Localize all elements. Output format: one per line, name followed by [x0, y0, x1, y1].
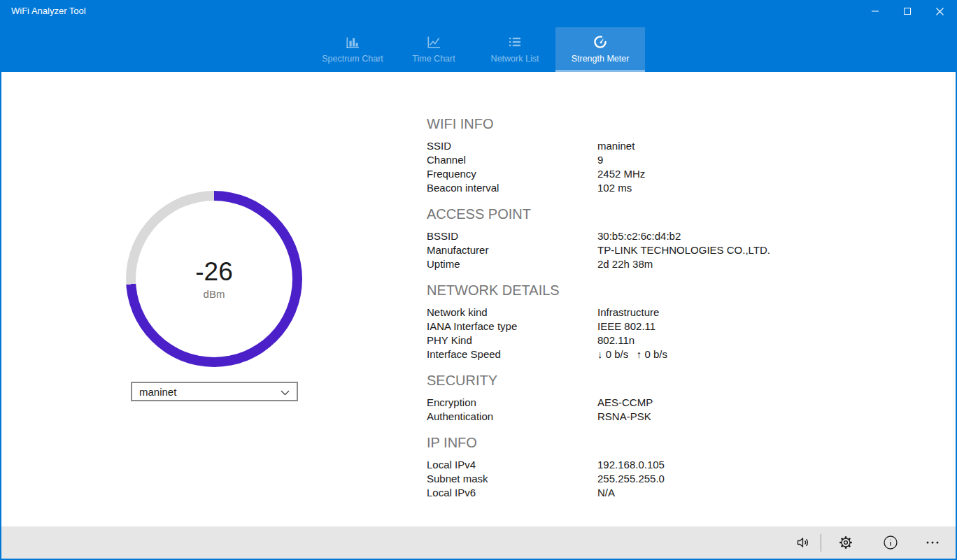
line-chart-icon: [426, 34, 441, 50]
close-button[interactable]: [923, 0, 956, 22]
info-row: IANA Interface type IEEE 802.11: [427, 320, 818, 333]
section-title: WIFI INFO: [427, 116, 818, 131]
chevron-down-icon: [281, 386, 290, 398]
section-wifi-info: WIFI INFO SSID maninet Channel 9 Frequen…: [427, 116, 818, 195]
info-row: Interface Speed ↓ 0 b/s ↑ 0 b/s: [427, 347, 818, 361]
volume-button[interactable]: [787, 526, 819, 559]
section-ip-info: IP INFO Local IPv4 192.168.0.105 Subnet …: [427, 435, 818, 500]
info-button[interactable]: [874, 526, 907, 559]
tab-time-chart[interactable]: Time Chart: [393, 27, 474, 72]
minimize-icon: [872, 8, 879, 15]
info-row: Encryption AES-CCMP: [427, 396, 818, 410]
section-title: SECURITY: [427, 373, 818, 388]
info-row: Frequency 2452 MHz: [427, 167, 818, 181]
gauge-icon: [593, 34, 608, 50]
tab-label: Spectrum Chart: [322, 54, 383, 64]
app-window: WiFi Analyzer Tool: [0, 0, 957, 560]
section-access-point: ACCESS POINT BSSID 30:b5:c2:6c:d4:b2 Man…: [427, 206, 818, 271]
settings-button[interactable]: [830, 526, 862, 559]
minimize-button[interactable]: [859, 0, 891, 22]
interface-speed-value: ↓ 0 b/s ↑ 0 b/s: [597, 347, 667, 361]
info-row: Manufacturer TP-LINK TECHNOLOGIES CO.,LT…: [427, 243, 818, 257]
tab-spectrum-chart[interactable]: Spectrum Chart: [312, 27, 393, 72]
header: WiFi Analyzer Tool: [1, 0, 956, 72]
tab-label: Strength Meter: [572, 54, 630, 64]
tab-network-list[interactable]: Network List: [474, 27, 555, 72]
command-bar-divider: [821, 534, 821, 552]
network-select-dropdown[interactable]: maninet: [131, 382, 298, 401]
bar-chart-icon: [345, 34, 360, 50]
section-security: SECURITY Encryption AES-CCMP Authenticat…: [427, 373, 818, 424]
info-panel: WIFI INFO SSID maninet Channel 9 Frequen…: [427, 116, 818, 511]
gear-icon: [838, 535, 853, 550]
section-network-details: NETWORK DETAILS Network kind Infrastruct…: [427, 282, 818, 361]
info-row: Subnet mask 255.255.255.0: [427, 472, 818, 486]
info-row: Channel 9: [427, 153, 818, 167]
info-row: Local IPv4 192.168.0.105: [427, 458, 818, 472]
section-title: ACCESS POINT: [427, 206, 818, 222]
signal-strength-gauge: -26 dBm: [126, 191, 302, 367]
info-row: BSSID 30:b5:c2:6c:d4:b2: [427, 229, 818, 243]
info-row: SSID maninet: [427, 139, 818, 153]
gauge-unit: dBm: [204, 288, 225, 300]
tab-label: Network List: [491, 54, 539, 64]
info-row: Local IPv6 N/A: [427, 486, 818, 500]
more-button[interactable]: [916, 526, 949, 559]
speaker-icon: [795, 535, 811, 550]
gauge-value: -26: [195, 258, 232, 286]
tab-strength-meter[interactable]: Strength Meter: [555, 27, 645, 72]
tab-bar: Spectrum Chart Time Chart: [312, 27, 645, 72]
window-controls: [859, 0, 956, 22]
main-content: -26 dBm maninet WIFI INFO SSID maninet C…: [1, 72, 956, 525]
section-title: NETWORK DETAILS: [427, 282, 818, 298]
section-title: IP INFO: [427, 435, 818, 450]
info-icon: [883, 535, 898, 550]
info-row: Network kind Infrastructure: [427, 306, 818, 320]
title-bar: WiFi Analyzer Tool: [1, 0, 956, 22]
info-row: PHY Kind 802.11n: [427, 333, 818, 347]
maximize-button[interactable]: [891, 0, 923, 22]
network-select-value: maninet: [139, 386, 176, 398]
tab-label: Time Chart: [412, 54, 455, 64]
info-row: Beacon interval 102 ms: [427, 181, 818, 195]
close-icon: [936, 8, 944, 15]
list-icon: [507, 34, 523, 50]
info-row: Authentication RSNA-PSK: [427, 410, 818, 424]
gauge-text: -26 dBm: [126, 191, 302, 367]
maximize-icon: [904, 8, 911, 15]
command-bar: [1, 526, 956, 559]
app-title: WiFi Analyzer Tool: [11, 6, 86, 16]
ellipsis-icon: [925, 535, 940, 550]
info-row: Uptime 2d 22h 38m: [427, 257, 818, 271]
